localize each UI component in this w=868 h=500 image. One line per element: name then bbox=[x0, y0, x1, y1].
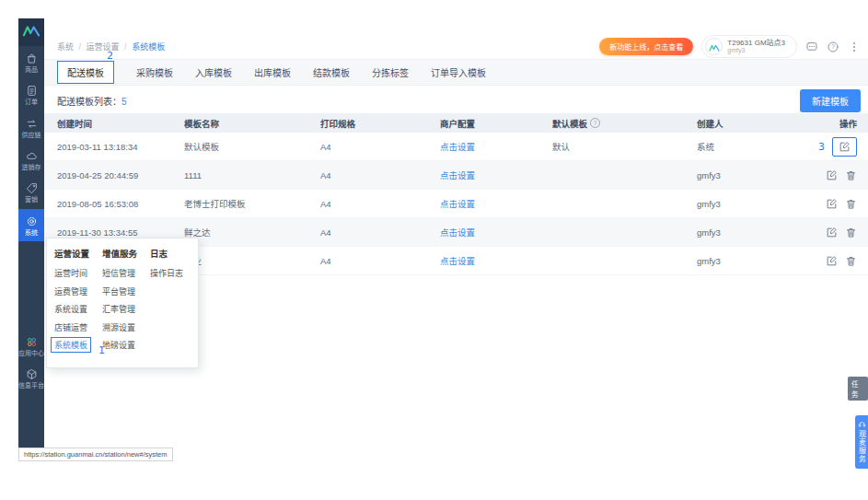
column-header-creator: 创建人 bbox=[697, 117, 816, 130]
sidebar-item-app-center[interactable]: 应用中心 bbox=[18, 330, 44, 362]
tab-sorting-label[interactable]: 分拣标签 bbox=[372, 65, 409, 79]
sidebar-item-system[interactable]: 系统 bbox=[18, 209, 44, 241]
merchant-config-link[interactable]: 点击设置 bbox=[440, 197, 475, 210]
avatar bbox=[705, 38, 723, 55]
menu-column-title: 日志 bbox=[150, 247, 181, 260]
app-center-icon bbox=[26, 336, 38, 348]
promo-banner-button[interactable]: 新功能上线，点击查看 bbox=[599, 38, 693, 55]
cell-template-name-text: 默认模板 bbox=[184, 140, 219, 153]
cell-default-template-text: 默认 bbox=[552, 140, 570, 153]
headset-icon bbox=[858, 420, 866, 430]
merchant-config-link[interactable]: 点击设置 bbox=[440, 254, 475, 267]
account-chip[interactable]: T29631 GM站点3 gmfy3 bbox=[701, 35, 797, 58]
cell-creator: gmfy3 bbox=[697, 199, 816, 209]
tab-order-import[interactable]: 订单导入模板 bbox=[431, 65, 486, 79]
column-header-label: 默认模板 bbox=[552, 117, 587, 130]
list-toolbar: 配送模板列表：5 新建模板 bbox=[44, 86, 868, 113]
edit-template-button[interactable] bbox=[826, 169, 838, 181]
menu-item-exchange-rate[interactable]: 汇率管理 bbox=[102, 303, 135, 315]
edit-template-button[interactable] bbox=[826, 198, 838, 210]
cell-created-time-text: 2019-04-25 20:44:59 bbox=[57, 170, 138, 180]
task-floating-tag[interactable]: 任务 bbox=[848, 377, 868, 401]
edit-template-button[interactable] bbox=[826, 227, 838, 238]
cell-actions: 3 bbox=[816, 137, 868, 157]
cell-actions bbox=[816, 255, 868, 267]
cell-print-spec-text: A4 bbox=[320, 170, 331, 180]
tab-settlement[interactable]: 结款模板 bbox=[313, 65, 350, 79]
system-menu-dropdown: 运营设置运营时间运费管理系统设置店铺运营系统模板增值服务短信管理平台管理汇率管理… bbox=[46, 238, 199, 368]
breadcrumb-operation-settings[interactable]: 运营设置 bbox=[87, 42, 120, 52]
delete-template-button[interactable] bbox=[845, 255, 857, 267]
cell-merchant-config: 点击设置 bbox=[440, 197, 552, 210]
cell-created-time-text: 2019-08-05 16:53:08 bbox=[57, 199, 138, 209]
column-header-label: 创建人 bbox=[697, 117, 723, 130]
cell-print-spec: A4 bbox=[320, 170, 440, 180]
cell-print-spec-text: A4 bbox=[320, 256, 331, 266]
sidebar-item-orders[interactable]: 订单 bbox=[18, 78, 44, 110]
service-tab-label: 观麦服务 bbox=[857, 430, 867, 463]
breadcrumb-system[interactable]: 系统 bbox=[57, 42, 74, 52]
menu-item-traceability[interactable]: 溯源设置 bbox=[102, 321, 135, 333]
merchant-config-link[interactable]: 点击设置 bbox=[440, 140, 475, 153]
message-icon[interactable] bbox=[805, 41, 818, 53]
tab-inbound[interactable]: 入库模板 bbox=[195, 65, 232, 79]
cell-actions bbox=[816, 198, 868, 210]
breadcrumb-system-template[interactable]: 系统模板 bbox=[132, 42, 165, 52]
sidebar-item-goods[interactable]: 商品 bbox=[18, 46, 44, 78]
column-header-label: 创建时间 bbox=[57, 117, 92, 130]
menu-column-operation-settings: 运营设置运营时间运费管理系统设置店铺运营系统模板 bbox=[54, 247, 97, 357]
info-platform-icon bbox=[26, 368, 38, 380]
column-header-merchant-config: 商户配置 bbox=[440, 117, 552, 130]
sidebar-item-marketing[interactable]: 营销 bbox=[18, 176, 44, 208]
tab-delivery[interactable]: 配送模板 bbox=[57, 61, 114, 84]
cell-actions bbox=[816, 169, 868, 181]
menu-column-title: 增值服务 bbox=[102, 247, 145, 260]
cell-template-name: 农业 bbox=[184, 254, 320, 267]
edit-template-button[interactable] bbox=[826, 255, 838, 267]
cell-print-spec: A4 bbox=[320, 227, 440, 238]
cell-merchant-config: 点击设置 bbox=[440, 140, 552, 153]
default-template-help-icon[interactable]: ? bbox=[590, 118, 600, 128]
kebab-menu-icon[interactable] bbox=[848, 41, 861, 53]
menu-item-system-template[interactable]: 系统模板 bbox=[51, 337, 91, 353]
guanmai-logo-icon bbox=[22, 24, 41, 41]
sidebar-item-supply-chain[interactable]: 供应链 bbox=[18, 111, 44, 144]
cell-print-spec: A4 bbox=[320, 142, 440, 152]
menu-item-freight-management[interactable]: 运费管理 bbox=[54, 285, 87, 297]
new-template-button[interactable]: 新建模板 bbox=[800, 89, 861, 112]
column-header-label: 模板名称 bbox=[184, 117, 219, 130]
menu-column-title: 运营设置 bbox=[54, 247, 97, 260]
merchant-config-link[interactable]: 点击设置 bbox=[440, 169, 475, 181]
cell-creator-text: gmfy3 bbox=[697, 170, 721, 180]
delete-template-button[interactable] bbox=[845, 198, 857, 210]
account-names: T29631 GM站点3 gmfy3 bbox=[727, 39, 785, 54]
sidebar-item-inventory[interactable]: 进销存 bbox=[18, 144, 44, 176]
menu-item-operating-time[interactable]: 运营时间 bbox=[54, 267, 87, 279]
menu-item-system-settings[interactable]: 系统设置 bbox=[54, 303, 87, 315]
cell-print-spec: A4 bbox=[320, 199, 440, 209]
customer-service-tab[interactable]: 观麦服务 bbox=[855, 415, 868, 469]
tab-purchase[interactable]: 采购模板 bbox=[136, 65, 173, 79]
menu-item-platform-management[interactable]: 平台管理 bbox=[102, 285, 135, 297]
inventory-icon bbox=[26, 150, 38, 162]
cell-creator-text: gmfy3 bbox=[697, 256, 721, 266]
tab-outbound[interactable]: 出库模板 bbox=[254, 65, 291, 79]
menu-item-operation-log[interactable]: 操作日志 bbox=[150, 267, 183, 279]
cell-template-name: 默认模板 bbox=[184, 140, 320, 153]
sidebar: 商品订单供应链进销存营销系统 应用中心信息平台 bbox=[18, 18, 44, 454]
sidebar-spacer bbox=[18, 241, 44, 330]
cell-creator: gmfy3 bbox=[697, 170, 816, 180]
bag-icon bbox=[26, 52, 38, 64]
menu-item-weighbridge[interactable]: 地磅设置 bbox=[102, 339, 135, 351]
menu-item-sms-management[interactable]: 短信管理 bbox=[102, 267, 135, 279]
app-logo[interactable] bbox=[18, 18, 44, 46]
edit-template-button[interactable] bbox=[839, 141, 851, 153]
list-label-text: 配送模板列表： bbox=[57, 97, 122, 107]
help-icon[interactable]: ? bbox=[827, 41, 839, 53]
menu-item-store-operation[interactable]: 店铺运营 bbox=[54, 321, 87, 333]
delete-template-button[interactable] bbox=[845, 227, 857, 238]
table-row: 2019-04-25 20:44:591111A4点击设置gmfy3 bbox=[44, 161, 868, 190]
sidebar-item-info-platform[interactable]: 信息平台 bbox=[18, 362, 44, 394]
delete-template-button[interactable] bbox=[845, 169, 857, 181]
merchant-config-link[interactable]: 点击设置 bbox=[440, 226, 475, 238]
